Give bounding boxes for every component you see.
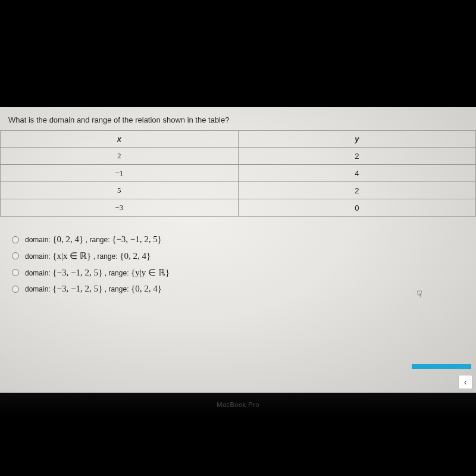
table-row: 5 2 xyxy=(1,182,476,199)
option-text: domain: {−3, −1, 2, 5} , range: {0, 2, 4… xyxy=(25,284,162,294)
relation-table: x y 2 2 −1 4 5 2 −3 0 xyxy=(0,130,476,217)
option-a[interactable]: domain: {0, 2, 4} , range: {−3, −1, 2, 5… xyxy=(12,234,464,245)
cell-x: −3 xyxy=(1,199,239,217)
radio-icon[interactable] xyxy=(12,269,19,276)
column-header-x: x xyxy=(1,131,239,148)
table-header-row: x y xyxy=(1,131,476,148)
option-c[interactable]: domain: {−3, −1, 2, 5} , range: {y|y ∈ ℝ… xyxy=(12,267,464,278)
chevron-left-icon: ‹ xyxy=(464,377,467,387)
quiz-screen: What is the domain and range of the rela… xyxy=(0,107,476,393)
hand-cursor-icon: ☟ xyxy=(416,289,422,300)
option-b[interactable]: domain: {x|x ∈ ℝ} , range: {0, 2, 4} xyxy=(12,250,464,261)
option-text: domain: {0, 2, 4} , range: {−3, −1, 2, 5… xyxy=(25,234,162,245)
laptop-bezel: MacBook Pro xyxy=(0,393,476,416)
table-row: −1 4 xyxy=(1,165,476,182)
radio-icon[interactable] xyxy=(12,236,19,243)
device-label: MacBook Pro xyxy=(217,401,259,408)
photo-black-border-top xyxy=(0,0,476,107)
cell-x: 2 xyxy=(1,148,239,165)
progress-segment xyxy=(412,364,471,369)
cell-y: 2 xyxy=(238,148,476,165)
option-text: domain: {−3, −1, 2, 5} , range: {y|y ∈ ℝ… xyxy=(25,267,170,278)
radio-icon[interactable] xyxy=(12,286,19,293)
table-row: −3 0 xyxy=(1,199,476,217)
question-text: What is the domain and range of the rela… xyxy=(0,115,476,130)
cell-y: 2 xyxy=(238,182,476,199)
cell-y: 0 xyxy=(238,199,476,217)
table-row: 2 2 xyxy=(1,148,476,165)
photo-black-border-bottom xyxy=(0,416,476,476)
column-header-y: y xyxy=(238,131,476,148)
previous-button[interactable]: ‹ xyxy=(458,375,472,389)
option-text: domain: {x|x ∈ ℝ} , range: {0, 2, 4} xyxy=(25,250,151,261)
option-d[interactable]: domain: {−3, −1, 2, 5} , range: {0, 2, 4… xyxy=(12,284,464,294)
cell-x: 5 xyxy=(1,182,239,199)
answer-options: domain: {0, 2, 4} , range: {−3, −1, 2, 5… xyxy=(0,217,476,294)
cell-x: −1 xyxy=(1,165,239,182)
radio-icon[interactable] xyxy=(12,252,19,259)
cell-y: 4 xyxy=(238,165,476,182)
